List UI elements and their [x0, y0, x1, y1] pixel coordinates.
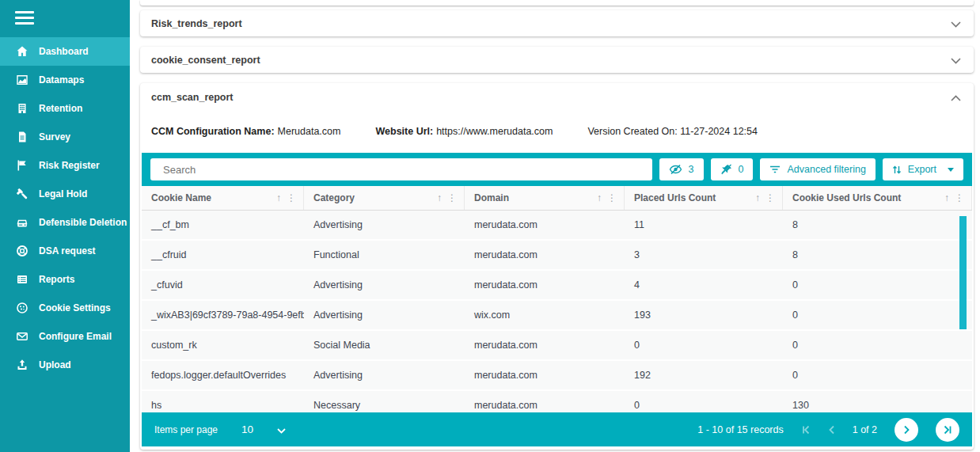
sort-up-arrow-icon[interactable]: ↑	[437, 192, 442, 203]
previous-page-button[interactable]	[828, 425, 835, 435]
cell-cookie-name: __cfruid	[142, 241, 304, 269]
kebab-menu-icon[interactable]: ⋮	[955, 192, 964, 203]
table-row: _cfuvid Advertising merudata.com 4 0	[142, 271, 972, 301]
sidebar-item-label: Cookie Settings	[39, 302, 111, 313]
kebab-menu-icon[interactable]: ⋮	[765, 192, 775, 203]
pinned-columns-count: 0	[739, 164, 744, 175]
eye-off-icon	[669, 164, 682, 175]
drive-icon	[15, 216, 28, 229]
sidebar-item-label: Retention	[39, 103, 82, 114]
sidebar-item-defensible-deletion[interactable]: Defensible Deletion	[0, 208, 130, 237]
upload-icon	[15, 359, 28, 371]
sort-up-arrow-icon[interactable]: ↑	[944, 192, 949, 203]
kebab-menu-icon[interactable]: ⋮	[287, 192, 296, 203]
grid-toolbar: 3 0 Advanced filtering	[142, 153, 972, 186]
hidden-columns-count: 3	[689, 164, 694, 175]
sidebar-item-retention[interactable]: Retention	[0, 94, 130, 123]
sidebar-item-dsa-request[interactable]: DSA request	[0, 237, 130, 265]
column-header-category[interactable]: Category ↑⋮	[304, 186, 465, 210]
sidebar-item-risk-register[interactable]: Risk Register	[0, 151, 130, 180]
column-header-domain[interactable]: Domain ↑⋮	[465, 186, 625, 210]
sidebar-item-label: Configure Email	[39, 331, 112, 342]
column-header-cookie-name[interactable]: Cookie Name ↑⋮	[142, 186, 304, 210]
cell-cookie-used-urls-count: 8	[783, 241, 972, 269]
life-ring-icon	[15, 245, 28, 257]
export-arrows-icon	[892, 165, 902, 175]
next-page-button[interactable]	[895, 418, 918, 442]
sidebar-item-label: Datamaps	[39, 74, 84, 85]
items-per-page-value: 10	[241, 424, 253, 435]
pinned-columns-button[interactable]: 0	[711, 158, 754, 180]
last-page-button[interactable]	[936, 418, 959, 442]
advanced-filtering-label: Advanced filtering	[787, 164, 865, 175]
ccm-configuration-name: CCM Configuration Name:Merudata.com	[151, 126, 340, 137]
kebab-menu-icon[interactable]: ⋮	[447, 192, 457, 203]
table-scrollbar[interactable]	[959, 209, 967, 412]
export-label: Export	[908, 164, 936, 175]
table-row: __cfruid Functional merudata.com 3 8	[142, 241, 972, 271]
search-input[interactable]	[150, 158, 652, 180]
home-icon	[15, 45, 28, 58]
cell-cookie-used-urls-count: 0	[783, 361, 972, 389]
ccm-scan-report-header[interactable]: ccm_scan_report	[140, 83, 974, 112]
column-header-placed-urls-count[interactable]: Placed Urls Count ↑⋮	[625, 186, 783, 210]
app-root: Dashboard Datamaps Retention Survey	[0, 0, 980, 452]
sidebar-item-legal-hold[interactable]: Legal Hold	[0, 180, 130, 208]
chevron-up-icon[interactable]	[951, 90, 961, 104]
column-header-cookie-used-urls-count[interactable]: Cookie Used Urls Count ↑⋮	[783, 186, 972, 210]
sidebar-item-label: Dashboard	[39, 46, 89, 57]
sort-up-arrow-icon[interactable]: ↑	[597, 192, 602, 203]
version-created-on: Version Created On: 11-27-2024 12:54	[587, 126, 758, 137]
envelope-icon	[15, 330, 28, 343]
table-body: __cf_bm Advertising merudata.com 11 8 __…	[140, 211, 974, 421]
sidebar-item-label: Defensible Deletion	[39, 217, 127, 228]
cell-category: Advertising	[304, 271, 465, 299]
items-per-page-select[interactable]: 10	[218, 423, 286, 437]
cell-cookie-name: __cf_bm	[142, 211, 304, 239]
cell-category: Functional	[304, 241, 465, 269]
cell-placed-urls-count: 0	[625, 331, 783, 359]
sidebar-item-upload[interactable]: Upload	[0, 351, 130, 379]
sort-up-arrow-icon[interactable]: ↑	[755, 192, 760, 203]
panel-risk-trends-report[interactable]: Risk_trends_report	[140, 10, 974, 36]
sidebar-item-configure-email[interactable]: Configure Email	[0, 322, 130, 351]
kebab-menu-icon[interactable]: ⋮	[607, 192, 617, 203]
filter-icon	[769, 165, 781, 173]
export-button[interactable]: Export	[883, 158, 963, 180]
cookie-icon	[15, 302, 28, 314]
sidebar-item-cookie-settings[interactable]: Cookie Settings	[0, 294, 130, 322]
table-header-row: Cookie Name ↑⋮ Category ↑⋮ Domain ↑⋮ Pla…	[142, 186, 972, 211]
building-icon	[15, 102, 28, 115]
menu-toggle-icon[interactable]	[15, 11, 34, 25]
cell-domain: wix.com	[465, 301, 625, 329]
cell-cookie-used-urls-count: 0	[783, 301, 972, 329]
sidebar-item-label: Legal Hold	[39, 188, 87, 199]
sort-up-arrow-icon[interactable]: ↑	[276, 192, 281, 203]
sidebar-item-label: Upload	[39, 359, 71, 370]
first-page-button[interactable]	[801, 425, 811, 435]
panel-title: cookie_consent_report	[151, 55, 260, 66]
flag-icon	[15, 159, 28, 172]
cell-domain: merudata.com	[465, 331, 625, 359]
panel-title: Risk_trends_report	[151, 18, 242, 29]
cell-cookie-used-urls-count: 8	[783, 211, 972, 239]
table-scrollbar-thumb[interactable]	[959, 216, 967, 329]
cell-domain: merudata.com	[465, 361, 625, 389]
cell-category: Advertising	[304, 301, 465, 329]
sidebar-item-dashboard[interactable]: Dashboard	[0, 37, 130, 66]
cell-placed-urls-count: 4	[625, 271, 783, 299]
hidden-columns-button[interactable]: 3	[659, 158, 704, 180]
caret-down-icon	[948, 168, 954, 172]
table-row: custom_rk Social Media merudata.com 0 0	[142, 331, 972, 361]
sidebar-item-survey[interactable]: Survey	[0, 123, 130, 151]
sidebar-item-datamaps[interactable]: Datamaps	[0, 66, 130, 94]
sidebar-item-reports[interactable]: Reports	[0, 265, 130, 294]
panel-cookie-consent-report[interactable]: cookie_consent_report	[140, 47, 974, 73]
cell-placed-urls-count: 193	[625, 301, 783, 329]
advanced-filtering-button[interactable]: Advanced filtering	[760, 158, 875, 180]
sidebar: Dashboard Datamaps Retention Survey	[0, 0, 130, 452]
chevron-down-icon[interactable]	[951, 17, 961, 31]
table-row: _wixAB3|69cf3789-79a8-4954-9efb-44e5... …	[142, 301, 972, 331]
chevron-down-icon[interactable]	[951, 53, 961, 67]
report-meta-row: CCM Configuration Name:Merudata.com Webs…	[151, 120, 963, 143]
